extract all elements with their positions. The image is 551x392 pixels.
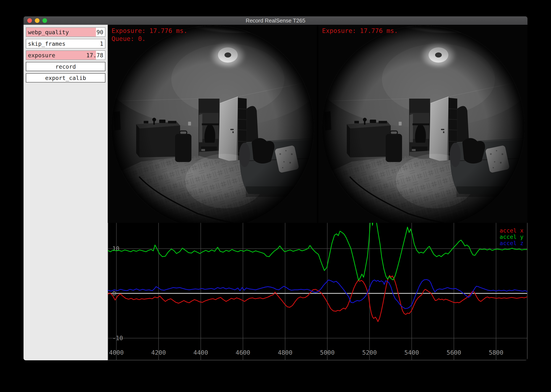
- camera-left-overlay: Exposure: 17.776 ms. Queue: 0.: [112, 27, 187, 43]
- svg-text:4200: 4200: [151, 349, 166, 356]
- zoom-icon[interactable]: [43, 18, 47, 23]
- webp-quality-field[interactable]: webp_quality 90: [26, 27, 105, 37]
- minimize-icon[interactable]: [35, 18, 39, 23]
- skip-frames-label: skip_frames: [28, 41, 65, 47]
- svg-text:5800: 5800: [489, 349, 503, 356]
- fisheye-camera-left: Exposure: 17.776 ms. Queue: 0.: [108, 25, 317, 223]
- camera-views: Exposure: 17.776 ms. Queue: 0. Exposure:…: [108, 25, 528, 223]
- webp-quality-value: 90: [96, 29, 103, 35]
- app-window: Record RealSense T265 webp_quality 90 sk…: [23, 16, 528, 360]
- control-sidebar: webp_quality 90 skip_frames 1 exposure 1…: [23, 25, 108, 360]
- svg-text:4000: 4000: [109, 349, 124, 356]
- export-calib-button[interactable]: export_calib: [26, 73, 105, 83]
- record-button[interactable]: record: [26, 62, 105, 71]
- fisheye-camera-right: Exposure: 17.776 ms.: [318, 25, 528, 223]
- accelerometer-plot: 100-104000420044004600480050005200540056…: [108, 223, 528, 360]
- main-area: Exposure: 17.776 ms. Queue: 0. Exposure:…: [108, 25, 528, 360]
- svg-text:4600: 4600: [236, 349, 250, 356]
- svg-text:accel z: accel z: [500, 240, 523, 246]
- svg-text:accel x: accel x: [500, 227, 523, 234]
- fisheye-image-right: [318, 25, 528, 223]
- svg-text:5600: 5600: [446, 349, 461, 356]
- svg-text:4800: 4800: [278, 349, 293, 356]
- exposure-field[interactable]: exposure 17.78: [26, 50, 105, 60]
- svg-text:10: 10: [112, 245, 120, 252]
- svg-text:5200: 5200: [362, 349, 377, 356]
- svg-text:5400: 5400: [404, 349, 419, 356]
- svg-text:accel y: accel y: [500, 234, 523, 240]
- webp-quality-label: webp_quality: [28, 29, 69, 35]
- close-icon[interactable]: [27, 18, 32, 23]
- accel-chart: 100-104000420044004600480050005200540056…: [108, 223, 528, 360]
- svg-text:5000: 5000: [320, 349, 335, 356]
- title-bar[interactable]: Record RealSense T265: [23, 16, 528, 25]
- exposure-readout-left: Exposure: 17.776 ms.: [112, 27, 187, 35]
- exposure-value: 17.78: [86, 52, 103, 59]
- window-controls: [23, 18, 47, 23]
- camera-right-overlay: Exposure: 17.776 ms.: [322, 27, 398, 35]
- fisheye-image-left: [108, 25, 317, 223]
- exposure-label: exposure: [28, 52, 55, 59]
- svg-text:4400: 4400: [193, 349, 208, 356]
- svg-text:-10: -10: [112, 335, 123, 342]
- queue-readout-left: Queue: 0.: [112, 35, 187, 43]
- skip-frames-value: 1: [100, 41, 103, 47]
- skip-frames-field[interactable]: skip_frames 1: [26, 39, 105, 49]
- exposure-readout-right: Exposure: 17.776 ms.: [322, 27, 398, 35]
- window-title: Record RealSense T265: [23, 17, 528, 24]
